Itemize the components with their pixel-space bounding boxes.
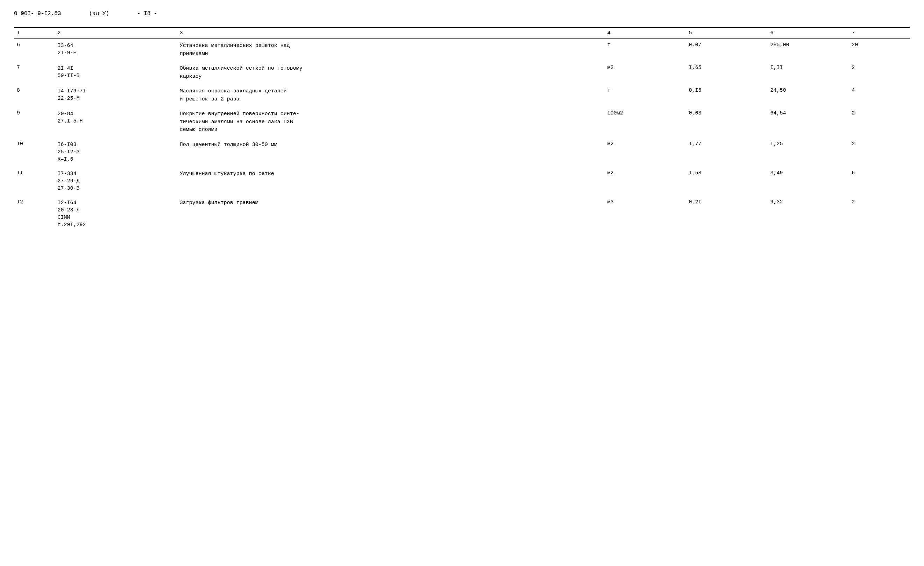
- table-row: 6I3-64 2I-9-ЕУстановка металлических реш…: [14, 39, 910, 62]
- cell-val6: 64,54: [767, 107, 849, 138]
- cell-val6: 9,32: [767, 196, 849, 232]
- table-row: I0I6-I03 25-I2-3 К=I,6Пол цементный толщ…: [14, 138, 910, 167]
- cell-val7: 6: [849, 167, 910, 196]
- subtitle: (ал У): [89, 11, 109, 17]
- cell-num: I0: [14, 138, 54, 167]
- cell-val7: 4: [849, 84, 910, 107]
- col-header-5: 5: [686, 28, 767, 39]
- cell-code: 20-84 27.I-5-Н: [54, 107, 177, 138]
- cell-val7: 2: [849, 61, 910, 84]
- col-header-2: 2: [54, 28, 177, 39]
- cell-desc: Масляная окраска закладных деталей и реш…: [177, 84, 605, 107]
- table-row: 920-84 27.I-5-НПокрытие внутренней повер…: [14, 107, 910, 138]
- cell-code: 2I-4I 59-II-В: [54, 61, 177, 84]
- cell-val7: 2: [849, 196, 910, 232]
- main-table: I 2 3 4 5 6 7 6I3-64 2I-9-ЕУстановка мет…: [14, 27, 910, 232]
- cell-unit: м3: [605, 196, 686, 232]
- cell-val5: 0,2I: [686, 196, 767, 232]
- col-header-6: 6: [767, 28, 849, 39]
- cell-num: II: [14, 167, 54, 196]
- col-header-7: 7: [849, 28, 910, 39]
- cell-num: 6: [14, 39, 54, 62]
- cell-num: 7: [14, 61, 54, 84]
- table-row: I2I2-I64 20-23-л СIММ п.29I,292Загрузка …: [14, 196, 910, 232]
- cell-unit: м2: [605, 167, 686, 196]
- cell-val6: 24,50: [767, 84, 849, 107]
- col-header-1: I: [14, 28, 54, 39]
- cell-code: I3-64 2I-9-Е: [54, 39, 177, 62]
- table-container: I 2 3 4 5 6 7 6I3-64 2I-9-ЕУстановка мет…: [14, 27, 910, 232]
- cell-desc: Загрузка фильтров гравием: [177, 196, 605, 232]
- cell-unit: м2: [605, 138, 686, 167]
- cell-val6: 285,00: [767, 39, 849, 62]
- cell-val5: I,65: [686, 61, 767, 84]
- cell-desc: Обивка металлической сеткой по готовому …: [177, 61, 605, 84]
- col-header-4: 4: [605, 28, 686, 39]
- cell-val6: 3,49: [767, 167, 849, 196]
- doc-number: 0 90I- 9-I2.83: [14, 11, 61, 17]
- cell-code: I6-I03 25-I2-3 К=I,6: [54, 138, 177, 167]
- table-header-row: I 2 3 4 5 6 7: [14, 28, 910, 39]
- cell-val7: 20: [849, 39, 910, 62]
- table-row: 72I-4I 59-II-ВОбивка металлической сетко…: [14, 61, 910, 84]
- cell-desc: Пол цементный толщиной 30-50 мм: [177, 138, 605, 167]
- cell-val6: I,II: [767, 61, 849, 84]
- cell-unit: I00м2: [605, 107, 686, 138]
- cell-num: 8: [14, 84, 54, 107]
- header: 0 90I- 9-I2.83 (ал У) - I8 -: [14, 11, 910, 17]
- table-row: III7-334 27-29-Д 27-30-ВУлучшенная штука…: [14, 167, 910, 196]
- cell-val5: I,58: [686, 167, 767, 196]
- cell-val5: I,77: [686, 138, 767, 167]
- cell-val5: 0,07: [686, 39, 767, 62]
- cell-code: I4-I79-7I 22-25-М: [54, 84, 177, 107]
- page-number: - I8 -: [137, 11, 158, 17]
- cell-unit: т: [605, 84, 686, 107]
- cell-val7: 2: [849, 138, 910, 167]
- cell-unit: т: [605, 39, 686, 62]
- cell-code: I7-334 27-29-Д 27-30-В: [54, 167, 177, 196]
- cell-num: I2: [14, 196, 54, 232]
- table-row: 8I4-I79-7I 22-25-ММасляная окраска закла…: [14, 84, 910, 107]
- cell-code: I2-I64 20-23-л СIММ п.29I,292: [54, 196, 177, 232]
- cell-desc: Покрытие внутренней поверхности синте- т…: [177, 107, 605, 138]
- cell-val5: 0,03: [686, 107, 767, 138]
- cell-unit: м2: [605, 61, 686, 84]
- cell-desc: Улучшенная штукатурка по сетке: [177, 167, 605, 196]
- cell-val7: 2: [849, 107, 910, 138]
- cell-val5: 0,I5: [686, 84, 767, 107]
- cell-val6: I,25: [767, 138, 849, 167]
- cell-num: 9: [14, 107, 54, 138]
- col-header-3: 3: [177, 28, 605, 39]
- cell-desc: Установка металлических решеток над прия…: [177, 39, 605, 62]
